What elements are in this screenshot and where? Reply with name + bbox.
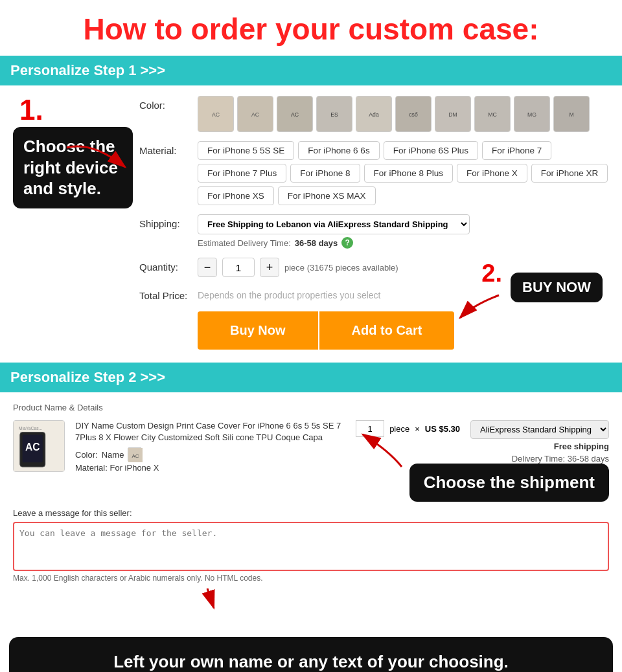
mat-btn-iphonex[interactable]: For iPhone X [457, 164, 527, 183]
svg-text:DM: DM [448, 111, 457, 118]
color-thumb-9[interactable]: MG [514, 96, 550, 132]
quantity-input[interactable] [222, 258, 255, 277]
qty-increase-button[interactable]: + [260, 258, 279, 277]
total-price-label: Total Price: [139, 286, 198, 301]
annotation2-number: 2. [481, 260, 502, 287]
color-swatch: AC [128, 447, 142, 462]
shipment-annotation-wrap: Choose the shipment [13, 464, 609, 502]
svg-text:MiaYaCas...: MiaYaCas... [19, 426, 43, 431]
quantity-label: Quantity: [139, 258, 198, 273]
shipping-label: Shipping: [139, 214, 198, 229]
step1-arrow-icon [60, 135, 144, 180]
color-thumb-7[interactable]: DM [435, 96, 471, 132]
material-label: Material: [139, 141, 198, 156]
message-textarea[interactable] [17, 526, 605, 565]
message-label: Leave a message for this seller: [13, 508, 609, 518]
add-to-cart-button[interactable]: Add to Cart [319, 311, 455, 350]
color-thumb-8[interactable]: MC [474, 96, 511, 132]
price-currency: × [415, 424, 420, 434]
svg-text:Ada: Ada [369, 111, 379, 118]
mat-btn-iphonexr[interactable]: For iPhone XR [531, 164, 608, 183]
mat-btn-iphone6[interactable]: For iPhone 6 6s [298, 141, 379, 160]
buy-now-button[interactable]: Buy Now [198, 311, 318, 350]
message-section: Leave a message for this seller: Max. 1,… [13, 508, 609, 611]
svg-text:ES: ES [330, 111, 338, 118]
total-price-text: Depends on the product properties you se… [198, 286, 381, 300]
svg-text:cső: cső [409, 111, 418, 118]
step1-header: Personalize Step 1 >>> [0, 56, 622, 85]
color-thumb-10[interactable]: M [553, 96, 590, 132]
shipping-select[interactable]: Free Shipping to Lebanon via AliExpress … [198, 214, 470, 234]
color-label2: Color: [75, 450, 98, 460]
color-thumb-3[interactable]: AC [277, 96, 313, 132]
delivery-days2: 36-58 days [568, 454, 609, 464]
color-label: Color: [139, 96, 198, 111]
mat-btn-iphonexs-max[interactable]: For iPhone XS MAX [278, 186, 376, 205]
color-thumb-4[interactable]: ES [316, 96, 352, 132]
mat-btn-iphone7-plus[interactable]: For iPhone 7 Plus [198, 164, 286, 183]
product-title: DIY Name Custom Design Print Case Cover … [75, 420, 345, 443]
info-icon[interactable]: ? [341, 237, 353, 249]
mat-btn-iphone6s-plus[interactable]: For iPhone 6S Plus [384, 141, 478, 160]
svg-text:MG: MG [527, 111, 536, 118]
mat-btn-iphonexs[interactable]: For iPhone XS [198, 186, 274, 205]
free-shipping-label: Free shipping [554, 442, 609, 451]
mat-btn-iphone7[interactable]: For iPhone 7 [482, 141, 551, 160]
step2-header: Personalize Step 2 >>> [0, 363, 622, 392]
svg-text:AC: AC [251, 111, 259, 118]
action-buttons-row: Buy Now Add to Cart [198, 311, 609, 350]
delivery-time2: Delivery Time: 36-58 days [512, 454, 609, 464]
mat-btn-iphone8[interactable]: For iPhone 8 [290, 164, 360, 183]
bottom-annotation: Left your own name or any text of your c… [9, 637, 613, 672]
svg-text:M: M [569, 111, 573, 118]
message-hint: Max. 1,000 English characters or Arabic … [13, 574, 609, 583]
shipment-annotation-box: Choose the shipment [409, 464, 609, 502]
material-buttons: For iPhone 5 5S SE For iPhone 6 6s For i… [198, 141, 609, 205]
svg-text:AC: AC [212, 111, 220, 118]
annotation2-box: BUY NOW [511, 273, 603, 302]
shipping-options: AliExpress Standard Shipping Free shippi… [470, 420, 609, 464]
color-value: Name [102, 450, 124, 460]
svg-text:AC: AC [25, 442, 40, 453]
shipment-arrow-icon [356, 431, 408, 470]
svg-text:AC: AC [132, 453, 139, 459]
mat-btn-iphone5[interactable]: For iPhone 5 5S SE [198, 141, 294, 160]
product-name-label: Product Name & Details [13, 403, 609, 412]
message-arrow-icon [194, 585, 233, 611]
color-thumbs: AC AC AC ES Ada cső DM [198, 96, 590, 132]
price-value: US $5.30 [425, 424, 460, 434]
qty-decrease-button[interactable]: − [198, 258, 217, 277]
delivery-days: 36-58 days [295, 238, 338, 248]
delivery-text: Estimated Delivery Time: [198, 238, 291, 248]
svg-text:MC: MC [488, 111, 496, 118]
color-thumb-5[interactable]: Ada [356, 96, 392, 132]
svg-text:AC: AC [291, 111, 299, 118]
color-thumb-6[interactable]: cső [395, 96, 432, 132]
color-thumb-1[interactable]: AC [198, 96, 234, 132]
message-input-wrap [13, 522, 609, 571]
mat-btn-iphone8-plus[interactable]: For iPhone 8 Plus [364, 164, 453, 183]
step1-annotation-number: 1. [19, 96, 133, 124]
qty-available: piece (31675 pieces available) [284, 263, 398, 273]
shipping-select2[interactable]: AliExpress Standard Shipping [470, 420, 609, 439]
main-title: How to order your custom case: [0, 0, 622, 56]
color-thumb-2[interactable]: AC [237, 96, 273, 132]
